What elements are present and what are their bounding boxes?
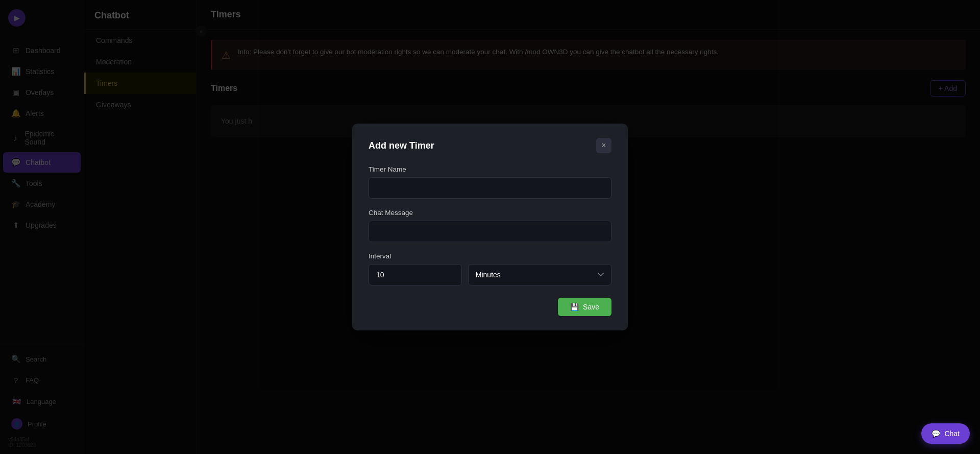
modal-close-button[interactable]: × — [596, 138, 611, 153]
timer-name-group: Timer Name — [369, 165, 611, 199]
chat-label: Chat — [944, 429, 960, 438]
save-label: Save — [583, 303, 599, 311]
modal-actions: 💾 Save — [369, 298, 611, 316]
add-timer-modal: Add new Timer × Timer Name Chat Message … — [352, 124, 628, 330]
modal-backdrop[interactable]: Add new Timer × Timer Name Chat Message … — [0, 0, 980, 454]
interval-label: Interval — [369, 252, 611, 260]
timer-name-input[interactable] — [369, 177, 611, 199]
chat-message-label: Chat Message — [369, 209, 611, 217]
close-icon: × — [601, 141, 606, 150]
interval-number-input[interactable] — [369, 264, 462, 285]
modal-title: Add new Timer — [369, 140, 434, 151]
interval-row: Seconds Minutes Hours — [369, 264, 611, 285]
chat-message-group: Chat Message — [369, 209, 611, 242]
timer-name-label: Timer Name — [369, 165, 611, 173]
save-button[interactable]: 💾 Save — [558, 298, 611, 316]
chat-message-input[interactable] — [369, 221, 611, 242]
chat-icon: 💬 — [932, 429, 940, 438]
modal-header: Add new Timer × — [369, 138, 611, 153]
interval-group: Interval Seconds Minutes Hours — [369, 252, 611, 285]
interval-unit-select[interactable]: Seconds Minutes Hours — [468, 264, 611, 285]
save-icon: 💾 — [570, 303, 579, 311]
chat-button[interactable]: 💬 Chat — [921, 423, 970, 444]
